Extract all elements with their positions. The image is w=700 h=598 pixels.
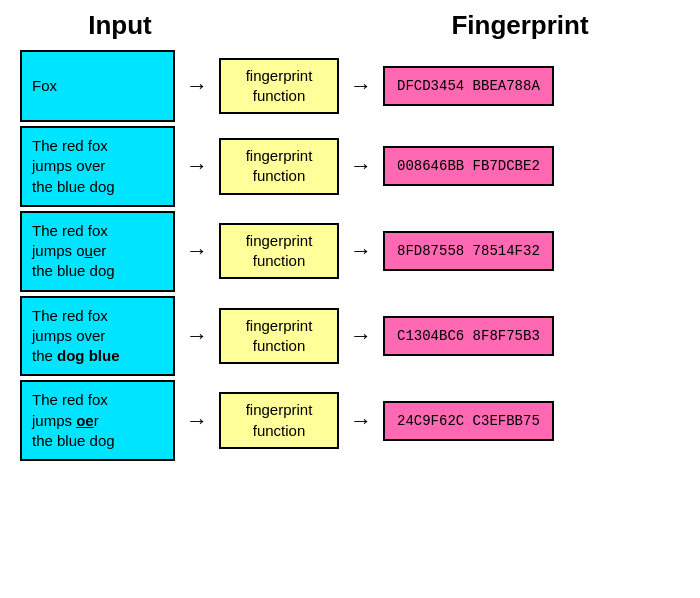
input-text-2: The red foxjumps overthe blue dog	[32, 136, 115, 197]
output-value-1: DFCD3454 BBEA788A	[397, 78, 540, 94]
flow-row-4: The red foxjumps overthe dog blue→finger…	[20, 296, 680, 377]
header-row: Input Fingerprint	[0, 0, 700, 46]
arrow-to-func-2: →	[175, 153, 219, 179]
flow-row-1: Fox→fingerprintfunction→DFCD3454 BBEA788…	[20, 50, 680, 122]
arrow-to-output-4: →	[339, 323, 383, 349]
output-box-4: C1304BC6 8F8F75B3	[383, 316, 554, 356]
flow-row-5: The red foxjumps oerthe blue dog→fingerp…	[20, 380, 680, 461]
output-box-1: DFCD3454 BBEA788A	[383, 66, 554, 106]
output-value-3: 8FD87558 78514F32	[397, 243, 540, 259]
input-text-1: Fox	[32, 76, 57, 96]
output-value-5: 24C9F62C C3EFBB75	[397, 413, 540, 429]
header-input-label: Input	[40, 10, 200, 41]
input-box-2: The red foxjumps overthe blue dog	[20, 126, 175, 207]
func-box-1: fingerprintfunction	[219, 58, 339, 115]
func-label-4: fingerprintfunction	[246, 316, 313, 357]
arrow-to-output-5: →	[339, 408, 383, 434]
input-text-5: The red foxjumps oerthe blue dog	[32, 390, 115, 451]
func-box-3: fingerprintfunction	[219, 223, 339, 280]
input-box-3: The red foxjumps ouerthe blue dog	[20, 211, 175, 292]
arrow-to-func-4: →	[175, 323, 219, 349]
flow-row-3: The red foxjumps ouerthe blue dog→finger…	[20, 211, 680, 292]
func-box-2: fingerprintfunction	[219, 138, 339, 195]
input-box-5: The red foxjumps oerthe blue dog	[20, 380, 175, 461]
arrow-to-output-3: →	[339, 238, 383, 264]
output-box-2: 008646BB FB7DCBE2	[383, 146, 554, 186]
func-label-1: fingerprintfunction	[246, 66, 313, 107]
input-box-4: The red foxjumps overthe dog blue	[20, 296, 175, 377]
arrow-to-output-2: →	[339, 153, 383, 179]
input-text-3: The red foxjumps ouerthe blue dog	[32, 221, 115, 282]
arrow-to-func-5: →	[175, 408, 219, 434]
output-box-5: 24C9F62C C3EFBB75	[383, 401, 554, 441]
arrow-to-output-1: →	[339, 73, 383, 99]
page: Input Fingerprint Fox→fingerprintfunctio…	[0, 0, 700, 598]
arrow-to-func-1: →	[175, 73, 219, 99]
header-fingerprint-label: Fingerprint	[380, 10, 660, 41]
arrow-to-func-3: →	[175, 238, 219, 264]
func-label-5: fingerprintfunction	[246, 400, 313, 441]
func-box-5: fingerprintfunction	[219, 392, 339, 449]
input-box-1: Fox	[20, 50, 175, 122]
func-box-4: fingerprintfunction	[219, 308, 339, 365]
output-value-4: C1304BC6 8F8F75B3	[397, 328, 540, 344]
input-text-4: The red foxjumps overthe dog blue	[32, 306, 120, 367]
func-label-3: fingerprintfunction	[246, 231, 313, 272]
rows-container: Fox→fingerprintfunction→DFCD3454 BBEA788…	[0, 46, 700, 465]
func-label-2: fingerprintfunction	[246, 146, 313, 187]
output-value-2: 008646BB FB7DCBE2	[397, 158, 540, 174]
output-box-3: 8FD87558 78514F32	[383, 231, 554, 271]
flow-row-2: The red foxjumps overthe blue dog→finger…	[20, 126, 680, 207]
